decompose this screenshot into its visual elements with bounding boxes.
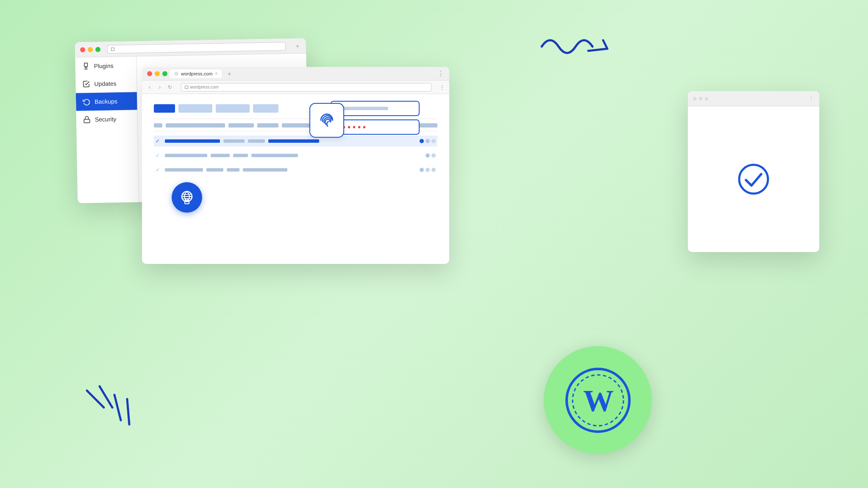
active-tab-main[interactable]: wordpress.com × [170,69,222,78]
col-header-check [154,123,162,128]
wordpress-logo: W [564,366,632,434]
titlebar-main: wordpress.com × + ⋮ [142,67,449,80]
dot-2a [426,153,430,158]
sidebar-item-backups[interactable]: Backups [76,92,137,111]
dot-2 [426,139,430,143]
table-tab-1[interactable] [154,104,175,113]
table-row[interactable]: ✓ [154,164,437,175]
row-action-dots-2 [426,153,436,158]
browser-window-main: wordpress.com × + ⋮ ‹ › ↻ wordpress.com … [142,67,449,264]
input-value-bar [337,107,388,110]
svg-text:W: W [583,384,613,418]
new-tab-button-back[interactable]: + [294,42,301,49]
tab-close-button[interactable]: × [215,71,218,76]
traffic-light-green-main[interactable] [162,71,167,76]
row-bar-3 [248,139,265,143]
sidebar-label-security: Security [95,116,117,123]
squiggle-top-decoration [533,25,618,59]
sidebar-item-security[interactable]: Security [76,110,138,129]
dot-3c [431,168,436,172]
titlebar-right: ⋮ [688,91,819,106]
table-tab-3[interactable] [216,104,250,113]
table-row[interactable]: ✓ [154,136,437,147]
traffic-light-green[interactable] [95,47,100,52]
sidebar-item-plugins[interactable]: Plugins [75,56,136,75]
dot-3b [426,168,430,172]
traffic-light-yellow-main[interactable] [155,71,160,76]
col-header-name [166,123,225,128]
col-header-col2 [228,123,254,128]
backup-icon [83,98,90,105]
squiggle-bottom-decoration [78,378,155,437]
tl-r3 [705,97,708,100]
row-bar-2b [211,154,230,157]
forward-button[interactable]: › [156,84,163,91]
browser-window-right: ⋮ [688,91,819,252]
plugin-icon [82,62,90,70]
big-checkmark-icon [737,162,771,196]
auth-overlay: •••••• [331,101,420,135]
svg-point-2 [739,165,768,194]
row-bar-4 [268,139,319,143]
update-icon [82,80,90,88]
dot-3a [420,168,424,172]
row-action-dots-3 [420,168,436,172]
row-bar-2c [206,168,223,172]
fingerprint-box [309,103,344,138]
fingerprint-icon [317,110,337,130]
dot-2b [431,153,436,158]
row-bar-4c [243,168,287,172]
row-check-icon-2: ✓ [156,152,161,158]
table-row[interactable]: ✓ [154,150,437,161]
tl-r2 [699,97,702,100]
col-header-col3 [257,123,278,128]
row-check-icon-3: ✓ [156,167,161,173]
dot-1 [420,139,424,143]
table-tab-2[interactable] [178,104,212,113]
address-text: wordpress.com [190,85,219,89]
address-lock-icon [185,86,188,89]
sidebar-item-updates[interactable]: Updates [75,74,137,93]
traffic-light-yellow[interactable] [88,47,93,52]
row-action-dots [420,139,436,143]
traffic-light-red[interactable] [80,47,85,52]
dot-3 [431,139,436,143]
traffic-light-red-main[interactable] [147,71,152,76]
nav-more-button[interactable]: ⋮ [439,84,445,91]
globe-lock-icon [178,189,195,206]
browser-menu-button[interactable]: ⋮ [437,69,444,78]
row-bar-2 [223,139,245,143]
sidebar-label-plugins: Plugins [94,62,114,69]
lock-sidebar-icon [83,116,91,123]
svg-rect-1 [84,119,90,122]
table-tab-4[interactable] [253,104,278,113]
row-bar-name [165,139,220,143]
row-bar-name-3 [165,168,203,172]
new-tab-button-main[interactable]: + [226,70,233,77]
checkmark-area [688,106,819,252]
tl-r1 [693,97,696,100]
address-bar-main[interactable]: wordpress.com [181,83,431,92]
address-bar-back[interactable] [107,42,286,53]
titlebar-back: + [75,38,306,58]
refresh-button[interactable]: ↻ [167,84,173,91]
row-bar-3b [233,154,248,157]
lock-icon [111,47,114,51]
address-bar-right [714,95,802,102]
tab-favicon [174,72,178,76]
row-bar-4b [251,154,298,157]
svg-rect-0 [84,63,88,67]
globe-badge[interactable] [172,182,202,213]
browser-nav-bar: ‹ › ↻ wordpress.com ⋮ [142,80,449,94]
row-bar-3c [227,168,239,172]
row-check-icon: ✓ [156,138,161,144]
sidebar-label-backups: Backups [95,98,117,105]
back-button[interactable]: ‹ [146,84,153,91]
tab-label: wordpress.com [181,71,213,76]
wordpress-logo-circle: W [544,346,652,454]
row-bar-name-2 [165,154,207,157]
sidebar-label-updates: Updates [94,80,116,87]
sidebar: Plugins Updates Backups Security [75,56,139,203]
more-dots-right[interactable]: ⋮ [808,95,814,102]
